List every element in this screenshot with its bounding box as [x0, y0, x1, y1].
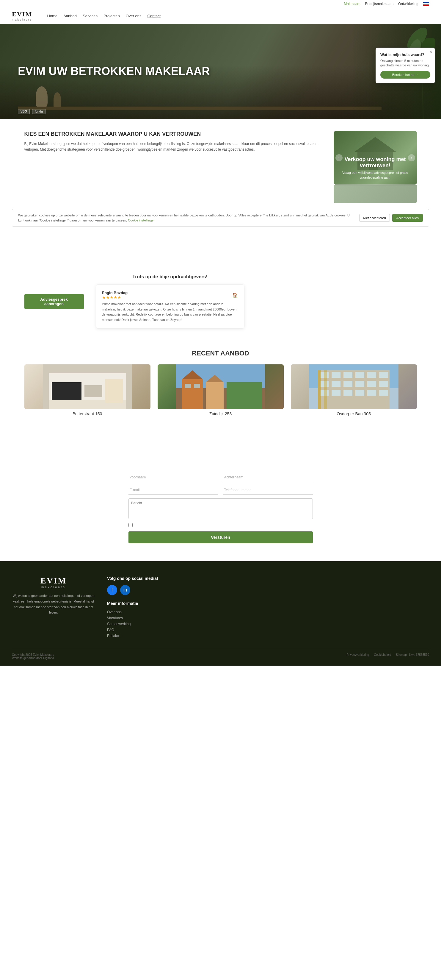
property-value-widget: ✕ Wat is mijn huis waard? Ontvang binnen… — [376, 48, 435, 83]
footer-link-vacatures[interactable]: Vacatures — [107, 616, 262, 620]
testimonial-text: Prima makelaar met aandacht voor details… — [102, 302, 238, 322]
nav-home[interactable]: Home — [47, 14, 58, 18]
svg-rect-39 — [355, 381, 364, 387]
promo-content: Verkoop uw woning met vertrouwen! Vraag … — [334, 151, 417, 185]
footer-grid: EVIM makelaars Wij weten al geen ander d… — [12, 576, 429, 640]
form-checkbox-row — [128, 523, 313, 527]
svg-rect-13 — [52, 382, 81, 400]
achternaam-input[interactable] — [223, 473, 313, 482]
aanbod-section: RECENT AANBOD Botterstraat 150 — [13, 340, 429, 425]
footer-extra-col — [274, 576, 429, 640]
nav-contact[interactable]: Contact — [148, 14, 161, 18]
footer-link-faq[interactable]: FAQ — [107, 628, 262, 632]
footer-social-col: Volg ons op social media! f in Meer info… — [107, 576, 262, 640]
vbo-badge: VBO — [18, 109, 30, 114]
svg-rect-33 — [355, 372, 364, 378]
svg-marker-7 — [354, 137, 396, 152]
footer-copyright: Copyright 2025 Evim Makelaars — [12, 653, 54, 656]
nav-services[interactable]: Services — [82, 14, 98, 18]
cookie-accept-button[interactable]: Accepteer alles — [392, 214, 423, 222]
hero-logos: VBO funda — [18, 109, 46, 114]
submit-button[interactable]: Versturen — [128, 531, 313, 543]
spacer-1 — [0, 232, 441, 244]
form-row-name — [128, 473, 313, 482]
footer-bottom-right: Privacyverklaring Cookiebeleid Sitemap ·… — [346, 653, 429, 660]
svg-rect-47 — [379, 390, 388, 396]
bericht-textarea[interactable] — [128, 498, 313, 519]
linkedin-icon[interactable]: in — [120, 585, 130, 595]
promo-sub: Vraag een vrijblijvend adviesgesprek of … — [338, 170, 412, 180]
testimonial-stars: ★★★★★ — [102, 295, 128, 300]
main-left-col: KIES EEN BETROKKEN MAKELAAR WAAROP U KAN… — [24, 131, 325, 203]
aanbod-item-2[interactable]: Osdorper Ban 305 — [291, 364, 417, 416]
footer-cookie-link[interactable]: Cookiebeleid — [374, 653, 391, 660]
testimonial-left: Adviesgesprek aanvragen — [24, 294, 84, 309]
aanbod-item-0[interactable]: Botterstraat 150 — [24, 364, 151, 416]
svg-rect-49 — [324, 370, 327, 409]
voornaam-input[interactable] — [128, 473, 218, 482]
footer-bottom: Copyright 2025 Evim Makelaars Website ge… — [12, 649, 429, 660]
logo[interactable]: EVIM makelaars — [12, 10, 32, 21]
privacy-checkbox[interactable] — [128, 523, 133, 527]
facebook-icon[interactable]: f — [107, 585, 117, 595]
funda-badge: funda — [32, 109, 46, 114]
cookie-text: We gebruiken cookies op onze website om … — [18, 213, 354, 223]
testimonial-card: Engin Bozdag ★★★★★ 🏠 Prima makelaar met … — [96, 284, 244, 329]
nav-projecten[interactable]: Projecten — [103, 14, 120, 18]
spacer-3 — [0, 256, 441, 268]
nav-aanbod[interactable]: Aanbod — [63, 14, 77, 18]
cookie-reject-button[interactable]: Niet accepteren — [359, 214, 390, 222]
testimonial-section-title: Trots op de blije opdrachtgevers! — [96, 274, 244, 280]
nav-links: Home Aanbod Services Projecten Over ons … — [47, 14, 429, 18]
topbar-link-makelaars[interactable]: Makelaars — [344, 2, 360, 6]
widget-btn-label: Bereken het nu → — [392, 73, 419, 76]
svg-rect-29 — [318, 370, 390, 409]
footer-logo-col: EVIM makelaars Wij weten al geen ander d… — [12, 576, 95, 640]
aanbod-title: RECENT AANBOD — [24, 350, 417, 357]
testimonial-name: Engin Bozdag ★★★★★ — [102, 291, 128, 300]
email-input[interactable] — [128, 485, 218, 495]
topbar-link-bedrijfsmakelaars[interactable]: Bedrijfsmakelaars — [365, 2, 393, 6]
footer-social-title: Volg ons op social media! — [107, 576, 262, 581]
svg-rect-24 — [227, 382, 262, 409]
main-section-text: Bij Evim Makelaars begrijpen we dat het … — [24, 141, 325, 153]
footer-desc: Wij weten al geen ander dat een huis kop… — [12, 593, 95, 615]
telefoon-input[interactable] — [223, 485, 313, 495]
home-icon: 🏠 — [232, 292, 238, 298]
cookie-settings-link[interactable]: Cookie instellingen — [128, 218, 155, 222]
advies-button[interactable]: Adviesgesprek aanvragen — [24, 294, 84, 309]
carousel-next-button[interactable]: › — [408, 154, 415, 161]
flag-icon — [423, 2, 429, 6]
svg-rect-32 — [343, 372, 352, 378]
svg-rect-40 — [367, 381, 376, 387]
spacer-2 — [0, 244, 441, 256]
svg-rect-48 — [318, 370, 321, 409]
aanbod-item-1[interactable]: Zuiddijk 253 — [158, 364, 284, 416]
footer-link-samenwerking[interactable]: Samenwerking — [107, 622, 262, 626]
cookie-bar: We gebruiken cookies op onze website om … — [12, 209, 429, 226]
aanbod-name-2: Osdorper Ban 305 — [291, 411, 417, 416]
cookie-message: We gebruiken cookies op onze website om … — [18, 213, 350, 222]
widget-close-button[interactable]: ✕ — [429, 49, 433, 54]
footer-link-overons[interactable]: Over ons — [107, 610, 262, 614]
spacer-5 — [0, 437, 441, 449]
footer-logo: EVIM — [12, 576, 95, 585]
footer-bottom-left: Copyright 2025 Evim Makelaars Website ge… — [12, 653, 54, 660]
carousel-prev-button[interactable]: ‹ — [335, 154, 343, 161]
svg-rect-25 — [185, 384, 191, 388]
svg-rect-41 — [379, 381, 388, 387]
svg-rect-44 — [343, 390, 352, 396]
hero-section: EVIM UW BETROKKEN MAKELAAR VBO funda ✕ W… — [0, 24, 441, 119]
footer-privacy-link[interactable]: Privacyverklaring — [346, 653, 369, 660]
svg-rect-35 — [379, 372, 388, 378]
aanbod-grid: Botterstraat 150 — [24, 364, 417, 416]
aanbod-name-1: Zuiddijk 253 — [158, 411, 284, 416]
nav-overons[interactable]: Over ons — [126, 14, 141, 18]
form-row-contact — [128, 485, 313, 495]
promo-card-2 — [334, 185, 417, 203]
footer-link-emlakci[interactable]: Emlakci — [107, 634, 262, 638]
svg-rect-43 — [332, 390, 341, 396]
topbar-link-ontwikkeling[interactable]: Ontwikkeling — [398, 2, 419, 6]
widget-calculate-button[interactable]: Bereken het nu → — [380, 71, 430, 79]
deco-vase2 — [54, 92, 61, 107]
